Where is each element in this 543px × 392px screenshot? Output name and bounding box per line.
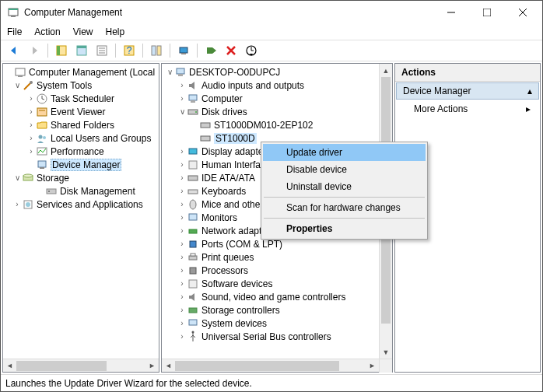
- expand-icon[interactable]: ›: [177, 279, 187, 288]
- tree-services-apps[interactable]: ›Services and Applications: [3, 198, 159, 211]
- expand-icon[interactable]: ›: [26, 121, 36, 129]
- clock-icon: [36, 93, 48, 105]
- expand-icon[interactable]: ›: [177, 160, 187, 169]
- tree-shared-folders[interactable]: ›Shared Folders: [3, 118, 159, 131]
- expand-icon[interactable]: ›: [12, 200, 22, 208]
- expand-icon[interactable]: ›: [177, 213, 187, 222]
- tree-device-manager[interactable]: Device Manager: [3, 158, 159, 171]
- actions-more[interactable]: More Actions ▸: [395, 100, 540, 117]
- scroll-left-button[interactable]: ◄: [162, 359, 175, 373]
- expand-icon[interactable]: ›: [177, 187, 187, 195]
- expand-icon[interactable]: ›: [26, 147, 36, 156]
- expand-icon[interactable]: ›: [177, 292, 187, 301]
- svg-rect-34: [38, 161, 46, 167]
- menu-action[interactable]: Action: [34, 26, 60, 37]
- expand-icon[interactable]: ›: [26, 134, 36, 142]
- cat-system[interactable]: ›System devices: [162, 317, 379, 330]
- expand-icon[interactable]: ›: [177, 226, 187, 235]
- collapse-icon[interactable]: ∨: [165, 68, 174, 76]
- svg-rect-63: [189, 320, 197, 325]
- ctx-disable-device[interactable]: Disable device: [263, 161, 426, 178]
- maximize-button[interactable]: [469, 1, 505, 24]
- scroll-right-button[interactable]: ►: [366, 359, 379, 373]
- storage-ctrl-icon: [187, 304, 199, 317]
- scroll-left-button[interactable]: ◄: [3, 359, 16, 373]
- expand-icon[interactable]: ›: [177, 173, 187, 182]
- horizontal-scrollbar[interactable]: ◄ ►: [3, 359, 159, 372]
- tree-storage[interactable]: ∨Storage: [3, 171, 159, 184]
- properties-button[interactable]: [73, 42, 90, 59]
- svg-rect-25: [16, 68, 25, 75]
- svg-rect-42: [177, 68, 184, 74]
- console-tree[interactable]: Computer Management (Local ∨System Tools…: [3, 64, 159, 359]
- menu-view[interactable]: View: [73, 26, 93, 37]
- expand-icon[interactable]: ›: [177, 332, 187, 341]
- close-button[interactable]: [505, 1, 541, 24]
- svg-point-54: [190, 200, 196, 209]
- expand-icon[interactable]: ›: [177, 147, 187, 156]
- menu-file[interactable]: File: [7, 26, 22, 37]
- cat-audio[interactable]: ›Audio inputs and outputs: [162, 79, 379, 92]
- tree-system-tools[interactable]: ∨System Tools: [3, 79, 159, 92]
- svg-rect-49: [201, 136, 210, 141]
- forward-button[interactable]: [26, 42, 43, 59]
- delete-button[interactable]: [222, 42, 240, 59]
- show-hide-tree-button[interactable]: [53, 42, 70, 59]
- collapse-icon[interactable]: ∨: [12, 81, 22, 89]
- collapse-icon[interactable]: ∨: [177, 107, 187, 116]
- expand-icon[interactable]: ›: [177, 306, 187, 314]
- cat-print[interactable]: ›Print queues: [162, 250, 379, 264]
- update-driver-button[interactable]: [175, 42, 192, 59]
- tree-local-users[interactable]: ›Local Users and Groups: [3, 131, 159, 145]
- status-text: Launches the Update Driver Wizard for th…: [5, 378, 252, 389]
- svg-point-41: [26, 202, 30, 207]
- expand-icon[interactable]: ›: [177, 253, 187, 261]
- export-list-button[interactable]: [93, 42, 110, 59]
- svg-rect-43: [178, 74, 183, 76]
- collapse-icon[interactable]: ∨: [12, 173, 22, 182]
- expand-icon[interactable]: ›: [26, 94, 36, 103]
- expand-icon[interactable]: ›: [177, 200, 187, 208]
- actions-section[interactable]: Device Manager ▴: [396, 82, 539, 100]
- scroll-right-button[interactable]: ►: [145, 359, 159, 373]
- expand-icon[interactable]: ›: [177, 81, 187, 89]
- svg-rect-55: [189, 214, 197, 220]
- horizontal-scrollbar[interactable]: ◄ ►: [162, 359, 392, 372]
- device-root[interactable]: ∨DESKTOP-O0DUPCJ: [162, 65, 379, 79]
- svg-rect-20: [181, 53, 186, 54]
- minimize-button[interactable]: [433, 1, 469, 24]
- tree-event-viewer[interactable]: ›Event Viewer: [3, 105, 159, 118]
- tree-performance[interactable]: ›Performance: [3, 145, 159, 158]
- view-button[interactable]: [148, 42, 165, 59]
- menu-help[interactable]: Help: [106, 26, 125, 37]
- tree-disk-management[interactable]: Disk Management: [3, 184, 159, 198]
- cat-usb[interactable]: ›Universal Serial Bus controllers: [162, 330, 379, 343]
- disk-icon: [199, 132, 212, 145]
- svg-rect-60: [190, 268, 196, 274]
- scroll-up-button[interactable]: ▲: [380, 64, 392, 77]
- folder-icon: [36, 119, 48, 131]
- enable-button[interactable]: [202, 42, 219, 59]
- expand-icon[interactable]: ›: [26, 107, 36, 116]
- expand-icon[interactable]: ›: [177, 94, 187, 103]
- scroll-down-button[interactable]: ▼: [380, 345, 392, 359]
- back-button[interactable]: [5, 42, 23, 59]
- cat-computer[interactable]: ›Computer: [162, 92, 379, 105]
- cat-storage-ctrl[interactable]: ›Storage controllers: [162, 303, 379, 317]
- cat-software[interactable]: ›Software devices: [162, 277, 379, 290]
- expand-icon[interactable]: ›: [177, 266, 187, 275]
- ctx-update-driver[interactable]: Update driver: [263, 144, 426, 161]
- cat-processors[interactable]: ›Processors: [162, 264, 379, 277]
- scan-hardware-button[interactable]: [243, 42, 260, 59]
- cat-disk-drives[interactable]: ∨Disk drives: [162, 105, 379, 118]
- ctx-properties[interactable]: Properties: [263, 220, 426, 237]
- expand-icon[interactable]: ›: [177, 240, 187, 248]
- cat-sound[interactable]: ›Sound, video and game controllers: [162, 290, 379, 303]
- help-button[interactable]: ?: [121, 42, 138, 59]
- tree-task-scheduler[interactable]: ›Task Scheduler: [3, 92, 159, 105]
- ctx-scan-hardware[interactable]: Scan for hardware changes: [263, 199, 426, 216]
- tree-root[interactable]: Computer Management (Local: [3, 65, 159, 79]
- disk-item-1[interactable]: ST1000DM010-2EP102: [162, 118, 379, 131]
- ctx-uninstall-device[interactable]: Uninstall device: [263, 178, 426, 195]
- expand-icon[interactable]: ›: [177, 319, 187, 327]
